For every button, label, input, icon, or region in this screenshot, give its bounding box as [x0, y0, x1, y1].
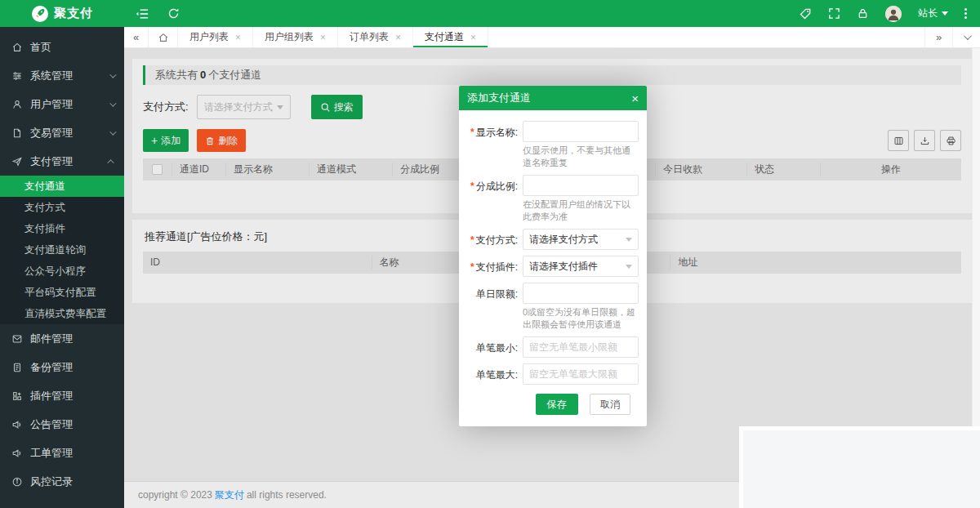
- sidebar-item-users[interactable]: 用户管理: [0, 90, 124, 118]
- required-mark: *: [470, 127, 474, 138]
- sidebar-item-tickets[interactable]: 工单管理: [0, 439, 124, 467]
- tab-pay-channel[interactable]: 支付通道 ×: [413, 27, 488, 47]
- tab-user-list[interactable]: 用户列表 ×: [178, 27, 253, 47]
- add-channel-modal: 添加支付通道 × *显示名称: 仅显示使用，不要与其他通道名称重复 *分成比例:…: [459, 86, 647, 426]
- user-icon: [11, 98, 24, 111]
- content-frame: 系统共有0个支付通道 支付方式: 请选择支付方式 搜索 + 添加: [124, 48, 980, 508]
- close-icon[interactable]: ×: [235, 32, 241, 43]
- sidebar: 首页 系统管理 用户管理 交易管理 支付管理 支付通道 支付方式 支付插件 支付…: [0, 27, 124, 508]
- sidebar-item-channel-poll[interactable]: 支付通道轮询: [0, 239, 124, 261]
- more-menu-icon[interactable]: [964, 8, 967, 19]
- home-icon: [11, 41, 24, 54]
- horn-icon: [11, 447, 24, 460]
- required-mark: *: [470, 180, 474, 192]
- sidebar-item-pay-plugin[interactable]: 支付插件: [0, 218, 124, 239]
- sidebar-item-mp-miniapp[interactable]: 公众号小程序: [0, 261, 124, 282]
- tag-icon[interactable]: [799, 7, 812, 20]
- sidebar-item-payment[interactable]: 支付管理: [0, 147, 124, 176]
- mail-icon: [11, 332, 24, 345]
- sidebar-item-platform-code[interactable]: 平台码支付配置: [0, 282, 124, 303]
- required-mark: *: [470, 261, 474, 273]
- share-ratio-input[interactable]: [523, 175, 639, 196]
- select-arrow-icon: [626, 265, 632, 269]
- sidebar-item-home[interactable]: 首页: [0, 33, 124, 61]
- tab-user-group-list[interactable]: 用户组列表 ×: [253, 27, 338, 47]
- info-circle-icon: [11, 475, 24, 488]
- cancel-button[interactable]: 取消: [590, 394, 630, 415]
- top-header: 聚支付 站长: [0, 0, 980, 27]
- sidebar-item-risk[interactable]: 风控记录: [0, 467, 124, 496]
- lock-icon[interactable]: [857, 7, 869, 20]
- pay-method-modal-select[interactable]: 请选择支付方式: [523, 229, 639, 250]
- sidebar-item-trade[interactable]: 交易管理: [0, 118, 124, 147]
- sidebar-item-system[interactable]: 系统管理: [0, 61, 124, 90]
- chevron-down-icon: [109, 100, 116, 106]
- sliders-icon: [11, 69, 24, 82]
- user-name: 站长: [918, 7, 938, 20]
- close-icon[interactable]: ×: [470, 32, 476, 43]
- sidebar-item-announce[interactable]: 公告管理: [0, 410, 124, 439]
- rocket-logo-icon: [31, 5, 49, 23]
- blocks-icon: [11, 390, 24, 403]
- required-mark: *: [470, 234, 474, 246]
- payment-submenu: 支付通道 支付方式 支付插件 支付通道轮询 公众号小程序 平台码支付配置 直清模…: [0, 176, 124, 324]
- modal-header: 添加支付通道 ×: [459, 86, 647, 110]
- brand-title: 聚支付: [54, 6, 93, 21]
- close-icon[interactable]: ×: [395, 32, 401, 43]
- file-icon: [11, 127, 24, 140]
- sidebar-item-plugins[interactable]: 插件管理: [0, 381, 124, 410]
- sidebar-item-direct-rate[interactable]: 直清模式费率配置: [0, 303, 124, 324]
- empty-panel: [739, 426, 980, 508]
- refresh-icon[interactable]: [167, 7, 180, 20]
- sidebar-item-mail[interactable]: 邮件管理: [0, 324, 124, 353]
- tab-bar: « 用户列表 × 用户组列表 × 订单列表 × 支付通道 × »: [124, 27, 980, 48]
- daily-limit-input[interactable]: [523, 283, 639, 304]
- tab-home[interactable]: [149, 27, 178, 47]
- sidebar-toggle-icon[interactable]: [136, 8, 149, 20]
- min-amount-input[interactable]: [523, 336, 639, 358]
- horn-icon: [11, 418, 24, 431]
- page-icon: [11, 361, 24, 374]
- chevron-down-icon: [109, 71, 116, 78]
- sidebar-item-pay-method[interactable]: 支付方式: [0, 197, 124, 218]
- share-ratio-hint: 在没配置用户组的情况下以此费率为准: [523, 198, 639, 223]
- save-button[interactable]: 保存: [536, 394, 578, 415]
- max-amount-input[interactable]: [523, 363, 639, 385]
- sidebar-item-pay-channel[interactable]: 支付通道: [0, 176, 124, 197]
- display-name-input[interactable]: [523, 121, 639, 142]
- modal-title: 添加支付通道: [467, 91, 531, 105]
- home-icon: [158, 32, 169, 43]
- caret-down-icon: [942, 11, 948, 16]
- user-menu[interactable]: 站长: [918, 7, 948, 20]
- daily-limit-hint: 0或留空为没有单日限额，超出限额会暂停使用该通道: [523, 306, 639, 331]
- brand-logo[interactable]: 聚支付: [0, 5, 124, 23]
- tabs-scroll-right[interactable]: »: [924, 27, 952, 47]
- tabs-menu-chevron[interactable]: [952, 27, 980, 47]
- plane-icon: [11, 155, 24, 168]
- chevron-down-icon: [109, 128, 116, 135]
- pay-plugin-modal-select[interactable]: 请选择支付插件: [523, 256, 639, 277]
- display-name-hint: 仅显示使用，不要与其他通道名称重复: [523, 145, 639, 169]
- tabs-scroll-left[interactable]: «: [124, 27, 149, 47]
- modal-close-icon[interactable]: ×: [631, 92, 639, 105]
- select-arrow-icon: [626, 238, 632, 242]
- close-icon[interactable]: ×: [320, 32, 326, 43]
- fullscreen-icon[interactable]: [828, 7, 840, 20]
- avatar[interactable]: [885, 6, 902, 22]
- sidebar-item-backup[interactable]: 备份管理: [0, 353, 124, 381]
- tab-order-list[interactable]: 订单列表 ×: [338, 27, 413, 47]
